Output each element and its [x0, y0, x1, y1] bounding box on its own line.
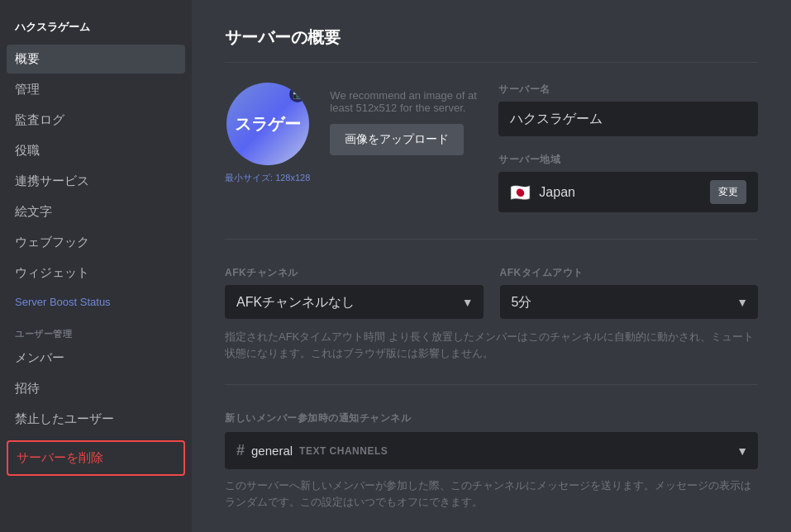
server-name-label: サーバー名: [498, 83, 758, 97]
server-avatar[interactable]: スラゲー 📷: [226, 83, 309, 165]
min-size-label: 最小サイズ: 128x128: [225, 172, 310, 184]
sidebar-item-invites[interactable]: 招待: [7, 374, 185, 403]
sidebar-item-audit-log[interactable]: 監査ログ: [7, 106, 185, 135]
sidebar-item-widget[interactable]: ウィジェット: [7, 259, 185, 287]
upload-image-button[interactable]: 画像をアップロード: [330, 124, 464, 155]
region-name-text: Japan: [539, 185, 710, 200]
hash-icon: #: [236, 442, 245, 459]
server-name-heading: ハクスラゲーム: [7, 13, 185, 41]
japan-flag-icon: 🇯🇵: [510, 183, 531, 202]
sidebar-item-roles[interactable]: 役職: [7, 136, 185, 165]
server-region-field: サーバー地域 🇯🇵 Japan 変更: [498, 153, 758, 212]
sidebar-item-webhooks[interactable]: ウェブフック: [7, 228, 185, 257]
icon-recommendation-text: We recommend an image of at least 512x51…: [330, 89, 479, 114]
server-name-field: サーバー名: [498, 83, 758, 136]
main-content: サーバーの概要 スラゲー 📷 最小サイズ: 128x128 We recomme…: [192, 0, 791, 532]
notify-channel-chevron-icon: ▼: [736, 444, 748, 458]
sidebar-item-integrations[interactable]: 連携サービス: [7, 167, 185, 196]
sidebar-item-emoji[interactable]: 絵文字: [7, 197, 185, 226]
afk-description-text: 指定されたAFKタイムアウト時間 より長く放置したメンバーはこのチャンネルに自動…: [225, 329, 758, 361]
notify-channel-label: 新しいメンバー参加時の通知チャンネル: [225, 411, 758, 425]
notify-channel-select[interactable]: # general TEXT CHANNELS ▼: [225, 432, 758, 469]
sidebar: ハクスラゲーム 概要 管理 監査ログ 役職 連携サービス 絵文字 ウェブフック …: [0, 0, 192, 532]
change-region-button[interactable]: 変更: [710, 180, 746, 204]
notify-section: 新しいメンバー参加時の通知チャンネル # general TEXT CHANNE…: [225, 405, 758, 510]
icon-recommendation-area: We recommend an image of at least 512x51…: [330, 89, 479, 155]
delete-server-button[interactable]: サーバーを削除: [7, 440, 185, 476]
camera-icon: 📷: [289, 86, 306, 102]
server-overview-top: スラゲー 📷 最小サイズ: 128x128 We recommend an im…: [225, 83, 758, 212]
divider-1: [225, 239, 758, 240]
sidebar-item-members[interactable]: メンバー: [7, 344, 185, 373]
afk-channel-select[interactable]: AFKチャンネルなし: [225, 285, 484, 319]
notify-channel-name: general: [251, 444, 293, 458]
afk-section: AFKチャンネル AFKチャンネルなし ▼ AFKタイムアウト 1分 5分 10…: [225, 259, 758, 361]
afk-channel-select-wrapper: AFKチャンネルなし ▼: [225, 285, 484, 319]
sidebar-item-bans[interactable]: 禁止したユーザー: [7, 405, 185, 434]
server-region-label: サーバー地域: [498, 153, 758, 167]
sidebar-item-moderation[interactable]: 管理: [7, 75, 185, 104]
afk-timeout-select[interactable]: 1分 5分 10分 30分 60分: [500, 285, 759, 319]
server-name-input[interactable]: [498, 102, 758, 136]
server-icon-initials: スラゲー: [235, 114, 301, 134]
afk-timeout-label: AFKタイムアウト: [500, 266, 759, 280]
notify-channel-tag: TEXT CHANNELS: [299, 445, 388, 457]
afk-row: AFKチャンネル AFKチャンネルなし ▼ AFKタイムアウト 1分 5分 10…: [225, 266, 758, 319]
afk-timeout-select-wrapper: 1分 5分 10分 30分 60分 ▼: [500, 285, 759, 319]
sidebar-item-overview[interactable]: 概要: [7, 45, 185, 74]
notify-description-text: このサーバーへ新しいメンバーが参加した際、このチャンネルにメッセージを送ります。…: [225, 477, 758, 510]
afk-channel-col: AFKチャンネル AFKチャンネルなし ▼: [225, 266, 484, 319]
server-boost-status-link[interactable]: Server Boost Status: [7, 289, 185, 315]
divider-2: [225, 384, 758, 385]
user-management-section-label: ユーザー管理: [7, 315, 185, 344]
server-name-region-area: サーバー名 サーバー地域 🇯🇵 Japan 変更: [498, 83, 758, 212]
server-region-row[interactable]: 🇯🇵 Japan 変更: [498, 172, 758, 212]
afk-timeout-col: AFKタイムアウト 1分 5分 10分 30分 60分 ▼: [500, 266, 759, 319]
server-icon-area: スラゲー 📷 最小サイズ: 128x128: [225, 83, 310, 184]
afk-channel-label: AFKチャンネル: [225, 266, 484, 280]
page-title: サーバーの概要: [225, 26, 758, 63]
